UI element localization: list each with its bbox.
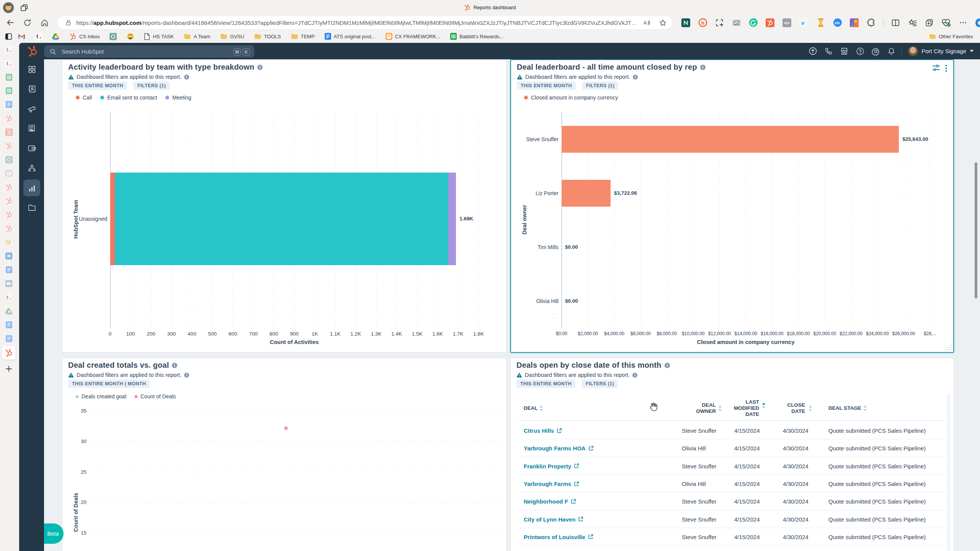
essentials-icon[interactable] [941, 18, 951, 28]
sort-arrows-icon[interactable] [762, 402, 766, 409]
sidebar-item-form[interactable] [23, 120, 40, 137]
vertical-tab[interactable] [5, 73, 13, 81]
bookmark-item[interactable]: A Team [184, 33, 210, 39]
upgrade-button[interactable] [805, 43, 821, 59]
data-point[interactable] [284, 427, 287, 430]
beta-button[interactable]: Beta [44, 523, 64, 544]
bookmark-item[interactable]: ATS original post... [325, 33, 376, 40]
active-tab[interactable]: Reports dashboard [464, 4, 516, 11]
bookmark-item[interactable]: CX FRAMEWORK... [385, 33, 440, 40]
account-menu[interactable]: Port City Signage [908, 46, 974, 56]
deal-link[interactable]: Printworx of Louisville [524, 533, 593, 540]
vertical-tab[interactable] [5, 156, 13, 163]
bookmark-item[interactable] [127, 33, 134, 40]
sidebar-item-barchart[interactable] [23, 179, 40, 196]
vertical-tab[interactable] [5, 211, 13, 218]
vertical-tab[interactable]: t [5, 46, 13, 54]
bar-segment-meeting[interactable] [448, 173, 456, 265]
more-icon[interactable] [958, 18, 968, 28]
bell-button[interactable] [884, 43, 899, 59]
info-icon[interactable] [633, 75, 638, 80]
column-header[interactable]: DEALOWNER [676, 402, 716, 414]
bookmark-item[interactable]: HS TASK [144, 33, 173, 40]
grammarly-icon[interactable] [748, 18, 758, 28]
sidebar-item-wallet[interactable] [23, 140, 40, 156]
deal-link[interactable]: Yarbrough Farms HOA [524, 445, 594, 452]
bar-liz-porter[interactable] [562, 180, 611, 207]
vertical-tab[interactable]: t [5, 60, 13, 67]
filter-tag[interactable]: FILTERS (1) [134, 82, 170, 90]
vertical-tab[interactable]: M [5, 238, 13, 246]
legend-item[interactable]: Closed amount in company currency [524, 95, 618, 101]
sidebar-item-megaphone[interactable] [23, 100, 40, 117]
vertical-tab[interactable] [5, 183, 13, 191]
deal-link[interactable]: Citrus Hills [524, 427, 562, 434]
new-tab-button[interactable] [5, 365, 13, 373]
vertical-tab[interactable] [5, 266, 13, 274]
copilot-icon[interactable] [975, 18, 980, 28]
filter-tag[interactable]: FILTERS (1) [582, 380, 618, 388]
zoom-icon[interactable]: zm [833, 18, 842, 28]
refresh-icon[interactable] [22, 18, 32, 28]
hourglass-icon[interactable] [816, 18, 825, 28]
browser-profile-avatar[interactable] [3, 2, 14, 13]
info-icon[interactable] [257, 65, 263, 70]
sidebar-item-contacts[interactable] [23, 80, 40, 97]
vertical-tab[interactable] [5, 101, 13, 108]
vertical-tab[interactable] [5, 128, 13, 136]
legend-item[interactable]: Meeting [165, 95, 191, 101]
bookmark-item[interactable]: CS Inbox [69, 33, 100, 40]
column-header[interactable]: LASTMODIFIEDDATE [732, 399, 759, 417]
sidebar-item-folder-nav[interactable] [23, 199, 40, 216]
hubspot-logo-icon[interactable] [27, 46, 38, 57]
sidebar-item-grid[interactable] [23, 61, 40, 78]
info-icon[interactable] [665, 363, 670, 368]
filter-tag[interactable]: THIS ENTIRE MONTH | MONTH [68, 380, 150, 388]
help-button[interactable] [852, 43, 868, 59]
code-icon[interactable]: </> [782, 18, 792, 28]
vertical-tab[interactable] [5, 252, 13, 260]
deal-link[interactable]: Neighborhood F [524, 498, 576, 505]
filter-sliders-icon[interactable] [933, 65, 940, 72]
legend-item[interactable]: Count of Deals [135, 393, 176, 399]
vertical-tab[interactable] [5, 280, 13, 287]
hubspot-ext-icon[interactable] [765, 18, 775, 28]
vertical-tab[interactable] [5, 307, 13, 315]
vertical-tab[interactable] [5, 335, 13, 342]
vertical-tab[interactable] [5, 225, 13, 232]
column-header[interactable]: CLOSEDATE [778, 402, 805, 414]
filter-tag[interactable]: THIS ENTIRE MONTH [68, 82, 127, 90]
sidebar-item-workflow[interactable] [23, 160, 40, 176]
filter-tag[interactable]: THIS ENTIRE MONTH [516, 380, 575, 388]
legend-item[interactable]: Call [76, 95, 92, 101]
sort-arrows-icon[interactable] [540, 405, 543, 412]
tab-actions-icon[interactable] [5, 33, 13, 41]
info-icon[interactable] [172, 363, 177, 368]
vertical-tab[interactable] [5, 170, 13, 177]
back-icon[interactable] [5, 18, 15, 28]
search-input[interactable]: Search HubSpot ⌘ K [44, 46, 254, 57]
info-icon[interactable] [700, 65, 706, 70]
gear-button[interactable] [868, 43, 884, 59]
collections-icon[interactable] [924, 18, 934, 28]
home-icon[interactable] [39, 18, 49, 28]
deal-link[interactable]: Yarbrough Farms [524, 481, 579, 487]
bar-segment-email-sent-to-contact[interactable] [115, 173, 449, 265]
notion-icon[interactable] [681, 18, 691, 28]
vimeo-icon[interactable]: v [799, 18, 808, 28]
bar-steve-snuffer[interactable] [562, 126, 899, 153]
resize-handle[interactable] [945, 344, 952, 351]
page-scrollbar-thumb[interactable] [975, 162, 977, 298]
column-header[interactable]: DEAL STAGE [828, 405, 861, 411]
vertical-tab[interactable] [5, 87, 13, 95]
read-aloud-icon[interactable]: A [642, 19, 650, 27]
favorite-star-icon[interactable] [659, 19, 667, 27]
vertical-tab[interactable]: t [5, 293, 13, 301]
bookmark-item[interactable] [52, 33, 59, 40]
vertical-tab-active[interactable] [2, 346, 16, 360]
sort-arrows-icon[interactable] [809, 405, 812, 412]
bookmark-item[interactable] [109, 33, 117, 40]
sort-arrows-icon[interactable] [719, 405, 722, 412]
vertical-tab[interactable] [5, 197, 13, 205]
puzzle-icon[interactable] [866, 18, 876, 28]
